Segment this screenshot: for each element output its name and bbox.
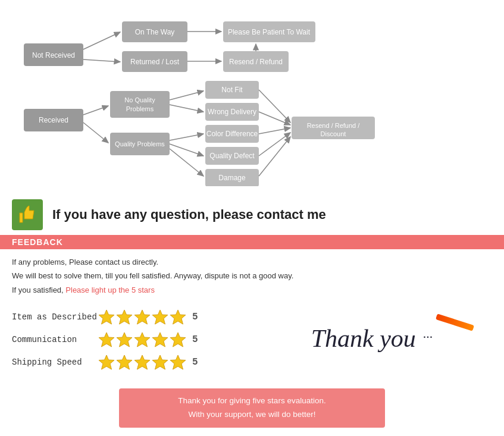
svg-line-42	[170, 149, 204, 176]
svg-text:Quality Defect: Quality Defect	[209, 152, 255, 160]
rating-score-1: 5	[192, 312, 198, 322]
feedback-highlight: Please light up the 5 stars	[65, 286, 155, 294]
svg-text:Returned / Lost: Returned / Lost	[130, 58, 180, 66]
svg-text:Resend / Refund: Resend / Refund	[229, 58, 283, 66]
svg-marker-55	[134, 333, 150, 347]
star-c5	[170, 331, 186, 348]
svg-text:On The Way: On The Way	[135, 28, 175, 36]
svg-text:Please Be Patient To Wait: Please Be Patient To Wait	[228, 28, 311, 36]
svg-line-41	[170, 144, 204, 156]
thank-you-text: Thank you	[311, 325, 416, 352]
rating-row-described: Item as Described 5	[12, 309, 252, 325]
svg-line-37	[83, 123, 108, 143]
svg-text:Not Fit: Not Fit	[221, 86, 243, 94]
svg-marker-59	[117, 355, 132, 369]
rating-table: Item as Described 5 Communication 5	[12, 309, 252, 377]
flowchart-svg: Not Received On The Way Returned / Lost …	[18, 11, 494, 186]
thank-you-script: Thank you ...	[252, 309, 493, 368]
svg-marker-61	[152, 355, 168, 369]
feedback-body: If any problems, Please contact us direc…	[0, 249, 504, 303]
feedback-header-label: FEEDBACK	[12, 237, 63, 247]
svg-rect-13	[110, 91, 170, 118]
svg-line-45	[259, 128, 290, 134]
star-5	[170, 309, 186, 325]
star-s5	[170, 354, 186, 371]
svg-line-43	[259, 90, 290, 123]
rating-label-shipping: Shipping Speed	[12, 357, 98, 367]
star-c1	[98, 331, 115, 348]
rating-score-2: 5	[192, 334, 198, 345]
rating-section: Item as Described 5 Communication 5	[0, 303, 504, 382]
star-s1	[98, 354, 115, 371]
thumb-icon	[12, 199, 43, 230]
svg-line-39	[170, 105, 204, 112]
svg-text:Problems: Problems	[126, 105, 154, 112]
svg-text:Damage: Damage	[218, 174, 246, 182]
svg-line-47	[259, 137, 290, 176]
svg-line-32	[83, 59, 120, 62]
contact-section: If you have any question, please contact…	[0, 195, 504, 235]
star-c2	[116, 331, 133, 348]
flowchart-section: Not Received On The Way Returned / Lost …	[0, 0, 504, 192]
svg-marker-56	[152, 333, 168, 347]
stars-communication: 5	[98, 331, 198, 348]
svg-text:Color Difference: Color Difference	[206, 130, 258, 138]
svg-marker-54	[117, 333, 132, 347]
ellipsis: ...	[423, 326, 433, 341]
star-s3	[134, 354, 151, 371]
star-3	[134, 309, 151, 325]
stars-described: 5	[98, 309, 198, 325]
rating-label-communication: Communication	[12, 335, 98, 344]
svg-line-36	[83, 106, 108, 115]
svg-text:Not Received: Not Received	[32, 51, 75, 59]
svg-marker-52	[170, 310, 186, 324]
star-4	[152, 309, 168, 325]
svg-marker-51	[152, 310, 168, 324]
svg-marker-60	[134, 355, 150, 369]
svg-text:No Quality: No Quality	[124, 96, 155, 103]
feedback-line-3: If you satisfied, Please light up the 5 …	[12, 283, 492, 297]
svg-line-46	[259, 133, 290, 156]
svg-text:Quality Problems: Quality Problems	[115, 140, 165, 148]
svg-marker-62	[170, 355, 186, 369]
rating-score-3: 5	[192, 357, 198, 368]
svg-text:Discount: Discount	[321, 130, 346, 137]
rating-label-described: Item as Described	[12, 312, 98, 322]
svg-line-31	[83, 32, 120, 49]
star-c3	[134, 331, 151, 348]
contact-text: If you have any question, please contact…	[52, 207, 326, 222]
svg-line-40	[170, 134, 204, 140]
svg-marker-48	[99, 310, 114, 324]
feedback-header: FEEDBACK	[0, 235, 504, 249]
rating-row-communication: Communication 5	[12, 331, 252, 348]
feedback-line-1: If any problems, Please contact us direc…	[12, 255, 492, 269]
svg-line-44	[259, 112, 290, 125]
star-2	[116, 309, 133, 325]
svg-marker-53	[99, 333, 114, 347]
svg-text:Resend / Refund /: Resend / Refund /	[307, 122, 361, 129]
star-1	[98, 309, 115, 325]
svg-line-38	[170, 91, 204, 100]
svg-text:Received: Received	[39, 116, 68, 124]
svg-text:Wrong Delivery: Wrong Delivery	[208, 108, 256, 116]
stars-shipping: 5	[98, 354, 198, 371]
svg-marker-58	[99, 355, 114, 369]
feedback-line-2: We will best to solve them, till you fel…	[12, 269, 492, 283]
rating-row-shipping: Shipping Speed 5	[12, 354, 252, 371]
thankyou-line1: Thank you for giving five stars evaluati…	[131, 394, 373, 408]
svg-marker-50	[134, 310, 150, 324]
star-s4	[152, 354, 168, 371]
pen-decoration	[436, 313, 474, 331]
thankyou-box: Thank you for giving five stars evaluati…	[119, 388, 385, 428]
svg-marker-49	[117, 310, 132, 324]
svg-marker-57	[170, 333, 186, 347]
star-s2	[116, 354, 133, 371]
thankyou-line2: With your support, we will do better!	[131, 408, 373, 422]
star-c4	[152, 331, 168, 348]
